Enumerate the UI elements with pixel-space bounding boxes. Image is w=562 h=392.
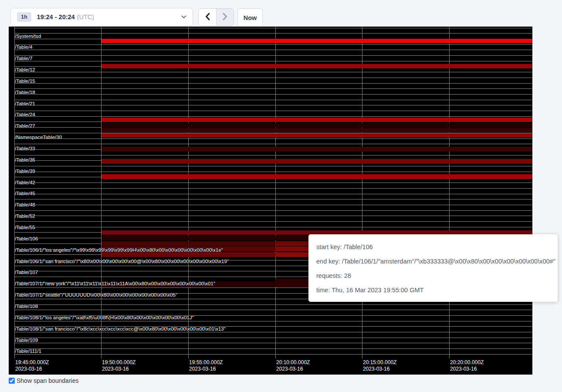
span-boundary-line <box>14 155 532 155</box>
span-boundary-line <box>14 332 532 332</box>
span-boundary-line <box>14 105 532 105</box>
heat-band[interactable] <box>102 159 532 164</box>
heat-band[interactable] <box>102 39 532 43</box>
tooltip-line: end key: /Table/106/1/"amsterdam"/"\xb33… <box>316 257 550 266</box>
row-label: /Table/15 <box>15 78 35 84</box>
time-range-selector[interactable]: 1h 19:24 - 20:24 (UTC) <box>10 8 193 26</box>
x-axis-tick: 20:20:00.000Z2023-03-16 <box>450 359 484 372</box>
row-label: /Table/107/1/"seattle"/"UUUUUUD\x00\x80\… <box>15 292 177 298</box>
x-axis-tick: 20:15:00.000Z2023-03-16 <box>363 359 396 372</box>
span-boundary-line <box>14 50 532 50</box>
time-gridline <box>188 27 189 358</box>
span-boundary-line <box>14 194 532 194</box>
span-boundary-line <box>14 111 532 111</box>
time-nav-group <box>198 8 234 26</box>
span-boundary-line <box>14 144 532 144</box>
span-boundary-line <box>14 88 532 89</box>
span-boundary-line <box>14 338 532 338</box>
heat-band[interactable] <box>275 241 309 246</box>
span-boundary-line <box>14 216 532 216</box>
row-label: /Table/4 <box>15 44 32 50</box>
row-label: /Table/24 <box>15 112 35 118</box>
row-label: /Table/7 <box>15 56 32 61</box>
time-gridline <box>275 27 276 358</box>
time-gridline <box>449 27 450 358</box>
row-label: /Table/108/1/"san francisco"/"\x8c\xcc\x… <box>15 326 226 332</box>
span-boundary-line <box>14 33 532 34</box>
span-boundary-line <box>14 205 532 205</box>
time-gridline <box>101 27 102 358</box>
span-boundary-line <box>14 166 532 166</box>
span-boundary-line <box>14 354 532 355</box>
heat-band[interactable] <box>102 147 532 152</box>
heat-band[interactable] <box>275 252 309 257</box>
heat-band[interactable] <box>102 123 532 128</box>
heat-band[interactable] <box>102 118 532 122</box>
span-boundary-line <box>14 139 532 139</box>
heat-band[interactable] <box>275 279 309 287</box>
span-boundary-line <box>14 61 532 61</box>
row-label: /Table/52 <box>15 213 35 219</box>
row-label: /Table/106/1/"san francisco"/"\x80\x00\x… <box>15 259 229 264</box>
tooltip-line: start key: /Table/106 <box>316 243 550 252</box>
cell-tooltip: start key: /Table/106end key: /Table/106… <box>308 234 558 302</box>
span-boundary-line <box>14 304 532 305</box>
row-label: /Table/107/1/"new york"/"\x11\x11\x11\x1… <box>15 281 215 287</box>
key-visualizer-page: 1h 19:24 - 20:24 (UTC) Now /System/tsd/T… <box>0 0 562 392</box>
time-range-timezone: (UTC) <box>77 14 94 20</box>
span-boundary-line <box>14 72 532 72</box>
row-label: /Table/39 <box>15 169 35 174</box>
heat-band[interactable] <box>102 174 532 179</box>
row-label: /NamespaceTable/30 <box>15 135 62 140</box>
span-boundary-line <box>14 94 532 95</box>
row-label: /Table/106 <box>15 236 38 242</box>
x-axis-tick: 19:45:00.000Z2023-03-16 <box>15 359 49 372</box>
heat-band[interactable] <box>102 64 532 68</box>
row-label: /Table/108 <box>15 304 38 309</box>
span-boundary-line <box>14 44 532 45</box>
span-boundary-line <box>14 188 532 189</box>
time-range-text: 19:24 - 20:24 <box>37 14 75 20</box>
tooltip-line: requests: 28 <box>316 271 550 280</box>
span-boundary-line <box>14 227 532 227</box>
span-boundary-line <box>14 78 532 78</box>
heat-band[interactable] <box>102 128 532 132</box>
time-range-preset-chip: 1h <box>17 12 31 22</box>
heat-band[interactable] <box>102 133 532 138</box>
span-boundary-line <box>14 83 532 84</box>
row-label: /Table/33 <box>15 146 35 152</box>
now-button-label: Now <box>244 14 257 21</box>
heat-band[interactable] <box>102 236 309 240</box>
now-button[interactable]: Now <box>237 8 263 27</box>
x-axis-tick: 20:10:00.000Z2023-03-16 <box>276 359 310 372</box>
show-span-boundaries-checkbox[interactable] <box>9 378 15 384</box>
next-time-button[interactable] <box>217 9 234 26</box>
row-label: /Table/21 <box>15 101 35 107</box>
row-label: /Table/12 <box>15 67 35 73</box>
row-label: /System/tsd <box>15 34 41 39</box>
time-gridline <box>362 27 362 358</box>
span-boundaries-control: Show span boundaries <box>9 377 78 384</box>
row-label: /Table/55 <box>15 225 35 230</box>
span-boundary-line <box>14 172 532 172</box>
row-label: /Table/109 <box>15 338 38 343</box>
row-label: /Table/42 <box>15 180 35 186</box>
span-boundary-line <box>14 182 532 183</box>
heatmap-panel[interactable]: /System/tsd/Table/4/Table/7/Table/12/Tab… <box>9 27 532 375</box>
span-boundary-line <box>14 100 532 100</box>
row-label: /Table/111/1 <box>15 348 41 354</box>
prev-time-button[interactable] <box>199 9 217 26</box>
span-boundary-line <box>14 199 532 199</box>
tooltip-line: time: Thu, 16 Mar 2023 19:55:00 GMT <box>316 286 550 295</box>
x-axis-tick: 19:50:00.000Z2023-03-16 <box>102 359 135 372</box>
chevron-left-icon <box>205 13 210 22</box>
show-span-boundaries-label: Show span boundaries <box>17 377 78 384</box>
chevron-right-icon <box>223 13 227 22</box>
x-axis-tick: 19:55:00.000Z2023-03-16 <box>189 359 223 372</box>
span-boundary-line <box>14 348 532 349</box>
heat-band[interactable] <box>275 247 309 251</box>
row-label: /Table/106/1/"los angeles"/"\x99\x99\x99… <box>15 247 223 253</box>
row-label: /Table/18 <box>15 90 35 95</box>
row-label: /Table/48 <box>15 202 35 208</box>
row-label: /Table/36 <box>15 157 35 163</box>
